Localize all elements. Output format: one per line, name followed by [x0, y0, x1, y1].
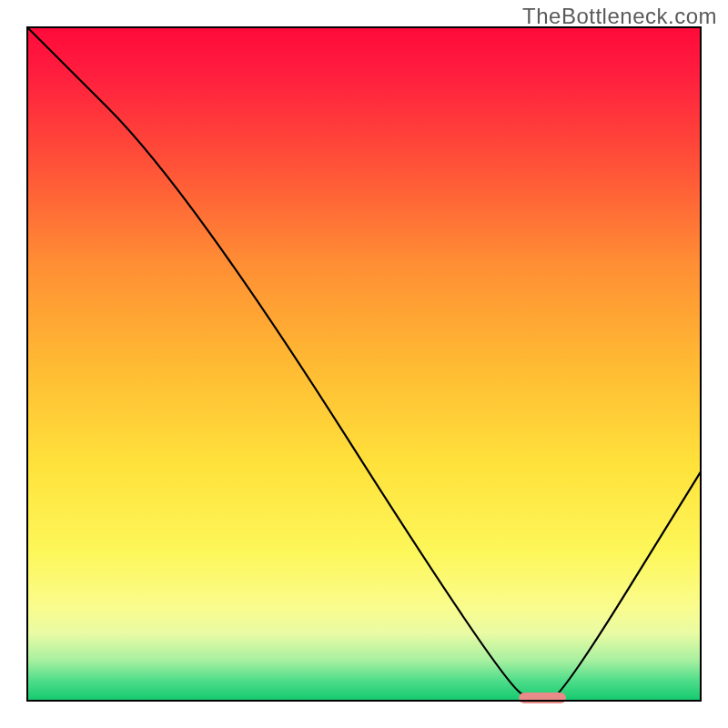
watermark-text: TheBottleneck.com: [522, 4, 717, 29]
bottleneck-chart: [0, 0, 728, 728]
optimal-range-marker: [519, 693, 566, 703]
chart-stage: TheBottleneck.com: [0, 0, 728, 728]
